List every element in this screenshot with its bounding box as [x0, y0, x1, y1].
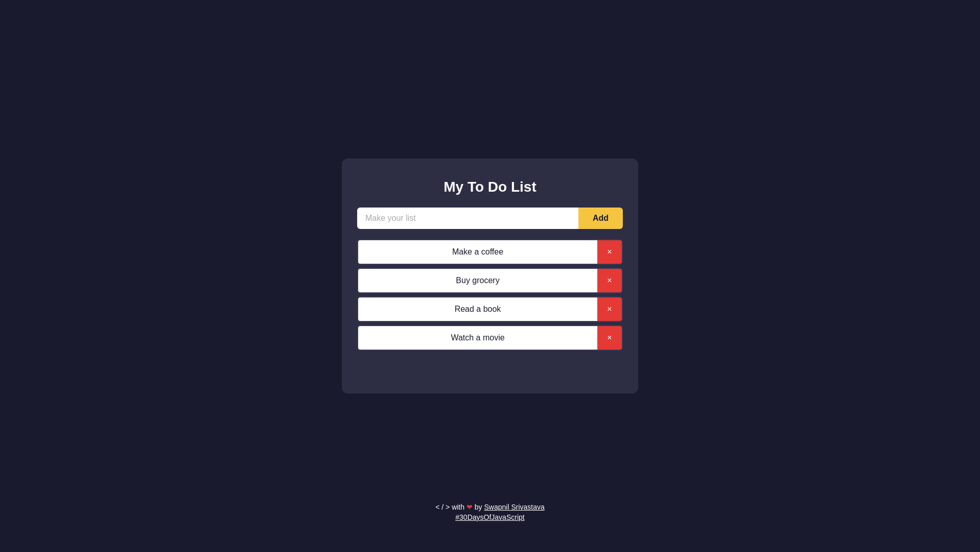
todo-item: Buy grocery×	[357, 268, 623, 293]
todo-item-text: Buy grocery	[358, 269, 597, 292]
todo-item-text: Read a book	[358, 297, 597, 321]
todo-container: My To Do List Add Make a coffee×Buy groc…	[342, 158, 638, 394]
delete-button[interactable]: ×	[597, 269, 622, 292]
by-text: by	[475, 503, 482, 511]
author-link[interactable]: Swapnil Srivastava	[484, 503, 545, 511]
input-row: Add	[357, 208, 623, 229]
todo-item-text: Watch a movie	[358, 326, 597, 350]
todo-item: Watch a movie×	[357, 325, 623, 351]
hashtag-link[interactable]: #30DaysOfJavaScript	[455, 513, 524, 521]
footer-line1: < / > with ❤ by Swapnil Srivastava	[435, 503, 545, 511]
delete-button[interactable]: ×	[597, 240, 622, 264]
todo-item: Read a book×	[357, 296, 623, 322]
heart-icon: ❤	[466, 503, 473, 511]
todo-input[interactable]	[357, 208, 578, 229]
delete-button[interactable]: ×	[597, 297, 622, 321]
footer: < / > with ❤ by Swapnil Srivastava #30Da…	[435, 503, 545, 521]
todo-item-text: Make a coffee	[358, 240, 597, 264]
todo-item: Make a coffee×	[357, 239, 623, 265]
code-text: < / > with	[435, 503, 464, 511]
add-button[interactable]: Add	[578, 208, 623, 229]
app-title: My To Do List	[357, 179, 623, 195]
hashtag-line: #30DaysOfJavaScript	[435, 513, 545, 521]
todo-list: Make a coffee×Buy grocery×Read a book×Wa…	[357, 239, 623, 351]
delete-button[interactable]: ×	[597, 326, 622, 350]
